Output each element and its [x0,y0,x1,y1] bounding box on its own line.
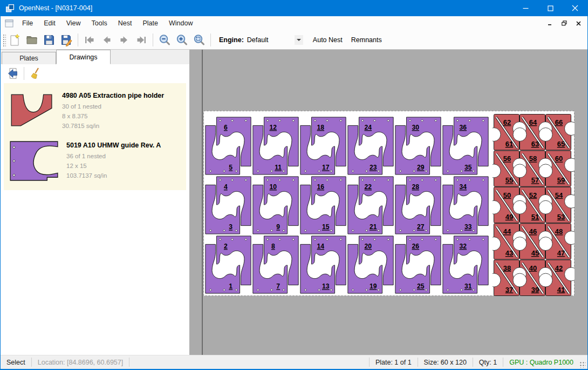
menu-plate[interactable]: Plate [137,17,163,29]
part-number: 60 [555,154,563,163]
part-number: 45 [531,249,539,257]
next-plate-button[interactable] [115,32,133,48]
status-gpu: GPU : Quadro P1000 [503,359,579,366]
resize-grip[interactable] [579,361,586,368]
part-number: 20 [365,243,372,250]
window-title: OpenNest - [N0317-004] [19,4,92,12]
first-plate-button[interactable] [81,32,98,48]
status-size: Size: 60 x 120 [418,359,473,366]
part-cutout [539,273,552,287]
menubar: File Edit View Tools Nest Plate Window [1,16,587,30]
part-number: 43 [505,249,513,257]
part-cutout [539,128,552,142]
save-as-button[interactable] [58,32,75,48]
part-number: 58 [529,154,537,163]
maximize-button[interactable] [538,0,563,16]
menu-view[interactable]: View [61,17,86,29]
open-button[interactable] [23,32,40,48]
drawing-item[interactable]: 5019 A10 UHMW guide Rev. A 36 of 1 neste… [4,136,186,187]
nest-plate[interactable]: 6512111817242330293635431091615222128273… [203,111,575,296]
part-number: 32 [460,243,467,250]
part-number: 12 [270,124,277,131]
broom-icon [29,67,42,80]
toolbar-grip[interactable] [2,33,6,46]
part-number: 50 [503,191,511,199]
mdi-restore-button[interactable] [558,18,570,28]
part-number: 37 [505,286,513,294]
part-number: 55 [505,176,513,184]
zoom-out-icon [158,33,171,46]
engine-dropdown-arrow[interactable] [295,35,303,45]
minimize-button[interactable] [513,0,538,16]
mdi-close-button[interactable] [572,18,584,28]
zoom-fit-button[interactable] [190,32,208,48]
part-number: 23 [370,164,377,171]
part-number: 41 [557,286,565,294]
part-cutout [539,237,552,251]
part-number: 13 [322,282,330,290]
part-number: 65 [557,140,565,148]
toolbar-separator [153,33,153,46]
drawing-list: 4980 A05 Extraction pipe holder 30 of 1 … [4,83,186,190]
mdi-document-icon[interactable] [5,19,13,28]
part-number: 49 [505,213,513,221]
last-plate-button[interactable] [133,32,150,48]
part-number: 26 [412,243,420,250]
drawing-title: 4980 A05 Extraction pipe holder [62,89,164,102]
menu-edit[interactable]: Edit [38,17,61,29]
auto-nest-button[interactable]: Auto Nest [309,33,347,47]
nest-canvas[interactable]: 6512111817242330293635431091615222128273… [189,50,587,355]
part-cutout [513,273,527,287]
part-number: 56 [503,154,511,163]
mdi-minimize-button[interactable] [544,18,556,28]
tab-drawings[interactable]: Drawings [56,50,111,64]
drawing-item[interactable]: 4980 A05 Extraction pipe holder 30 of 1 … [4,86,186,136]
status-qty: Qty: 1 [473,359,503,366]
zoom-out-button[interactable] [156,32,173,48]
part-number: 10 [270,183,277,191]
menu-file[interactable]: File [17,17,38,29]
part-number: 19 [370,282,377,290]
part-number: 62 [503,118,511,126]
previous-arrow-icon [100,33,113,46]
panel-toolbar-separator [24,67,24,80]
part-number: 39 [531,286,539,294]
app-logo-icon [5,4,15,13]
part-number: 51 [531,213,539,221]
mdi-restore-icon [562,21,567,26]
part-cutout [513,128,527,142]
previous-plate-button[interactable] [98,32,115,48]
statusbar-separator [129,358,129,367]
part-number: 35 [464,164,472,171]
zoom-in-button[interactable] [173,32,190,48]
clear-drawings-button[interactable] [27,65,44,82]
part-number: 11 [275,164,282,171]
part-number: 48 [555,227,563,236]
part-number: 3 [229,223,233,231]
part-cutout [539,200,552,214]
part-cutout [539,164,552,178]
part-number: 24 [365,124,372,131]
engine-select[interactable]: Default [247,36,295,44]
close-button[interactable] [563,0,587,16]
drawing-size: 8 x 8.375 [62,111,164,121]
zoom-fit-icon [193,33,206,46]
new-file-icon [8,33,21,46]
tab-plates[interactable]: Plates [2,52,56,64]
zoom-in-icon [175,33,188,46]
part-number: 14 [317,243,325,250]
part-number: 29 [417,164,425,171]
remnants-button[interactable]: Remnants [347,33,386,47]
new-button[interactable] [6,32,23,48]
app-window: OpenNest - [N0317-004] File Edit View To… [0,0,588,370]
menu-tools[interactable]: Tools [86,17,113,29]
part-number: 33 [464,223,472,231]
status-mode: Select [1,359,31,366]
import-drawing-button[interactable] [4,65,21,82]
close-icon [572,5,578,11]
part-cutout [513,200,527,214]
save-button[interactable] [40,32,58,48]
statusbar: Select Location: [84.8696, 60.6957] Plat… [1,355,587,370]
menu-window[interactable]: Window [163,17,198,29]
menu-nest[interactable]: Nest [113,17,138,29]
